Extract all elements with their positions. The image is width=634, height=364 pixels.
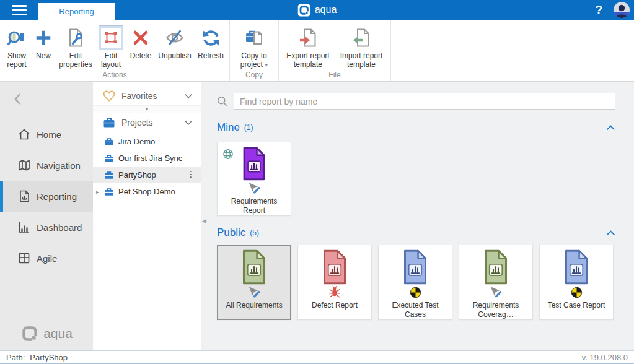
sidebar-item-navigation[interactable]: Navigation (0, 150, 93, 181)
report-card-label: Defect Report (310, 301, 359, 310)
path-label: Path: (6, 353, 25, 362)
report-card-all-requirements[interactable]: All Requirements (217, 245, 291, 320)
delete-icon (131, 28, 150, 47)
menu-button[interactable] (0, 0, 38, 20)
chevron-down-icon[interactable] (184, 119, 193, 126)
delete-label: Delete (130, 51, 152, 60)
projects-header[interactable]: Projects (93, 113, 201, 132)
briefcase-icon (104, 188, 114, 196)
refresh-icon (201, 28, 221, 48)
grid-icon (17, 251, 31, 265)
section-collapse-button[interactable] (606, 230, 615, 236)
test-case-icon (410, 285, 421, 299)
copy-to-project-button[interactable]: Copy to project ▾ (232, 24, 276, 69)
show-report-label: Show report (4, 51, 30, 69)
search-input[interactable] (234, 93, 615, 110)
main-area: Home Navigation Reporting (0, 82, 634, 350)
report-card-requirements-report[interactable]: Requirements Report (217, 142, 291, 216)
favorites-label: Favorites (121, 91, 178, 101)
tree-panel-collapse-handle[interactable]: ◀ (202, 218, 206, 224)
tab-reporting[interactable]: Reporting (38, 3, 115, 20)
left-sidebar: Home Navigation Reporting (0, 82, 93, 350)
user-avatar[interactable] (614, 2, 630, 18)
report-card-label: Requirements Coverag… (459, 301, 532, 319)
new-button[interactable]: New (31, 24, 56, 60)
projects-label: Projects (121, 118, 178, 128)
favorites-header[interactable]: Favorites (93, 87, 201, 105)
chevron-up-icon (606, 124, 615, 131)
edit-properties-button[interactable]: Edit properties (56, 24, 95, 69)
sidebar-collapse-button[interactable] (12, 92, 24, 109)
tab-reporting-label: Reporting (59, 7, 94, 16)
section-header-mine: Mine (1) (217, 121, 615, 134)
path-value: PartyShop (30, 353, 68, 362)
project-row-partyshop[interactable]: PartyShop ⋮ (93, 167, 201, 183)
mine-cards: Requirements Report (217, 142, 615, 216)
refresh-label: Refresh (198, 51, 224, 60)
export-report-template-button[interactable]: Export report template (281, 24, 335, 69)
app-title: aqua (315, 4, 337, 15)
top-bar: Reporting aqua ? (0, 0, 634, 20)
sidebar-item-agile[interactable]: Agile (0, 243, 93, 274)
report-card-label: Test Case Report (546, 301, 607, 310)
dashboard-icon (17, 220, 31, 234)
unpublish-icon (164, 28, 185, 48)
export-report-label: Export report template (283, 51, 333, 69)
new-label: New (36, 51, 51, 60)
help-button[interactable]: ? (595, 3, 602, 17)
project-row-pet-shop-demo[interactable]: ▸ Pet Shop Demo (93, 183, 201, 200)
edit-cursor-icon (247, 285, 262, 299)
edit-layout-button[interactable]: Edit layout (95, 24, 126, 69)
report-card-requirements-coverage[interactable]: Requirements Coverag… (459, 245, 533, 320)
report-card-defect-report[interactable]: Defect Report (297, 245, 372, 320)
sidebar-item-dashboard-label: Dashboard (37, 222, 82, 233)
tree-expander-icon[interactable]: ▸ (96, 189, 99, 195)
kebab-menu-icon[interactable]: ⋮ (187, 169, 195, 179)
report-doc-icon (482, 249, 510, 285)
unpublish-button[interactable]: Unpublish (155, 24, 195, 60)
status-bar: Path: PartyShop v. 19.0.208.0 (0, 350, 634, 363)
report-card-label: Executed Test Cases (379, 301, 452, 319)
section-collapse-button[interactable] (606, 124, 615, 131)
delete-button[interactable]: Delete (126, 24, 155, 60)
edit-cursor-icon (488, 285, 503, 299)
ribbon-group-file-label: File (279, 71, 390, 79)
show-report-button[interactable]: Show report (2, 24, 31, 69)
search-row (217, 93, 615, 110)
section-divider (262, 128, 598, 128)
sidebar-nav: Home Navigation Reporting (0, 119, 93, 274)
sidebar-item-dashboard[interactable]: Dashboard (0, 212, 93, 243)
project-row-our-first-jira-sync[interactable]: Our first Jira Sync (93, 150, 201, 167)
edit-cursor-icon (247, 181, 262, 195)
bug-icon (328, 285, 341, 299)
tree-splitter-handle[interactable]: ▼ (93, 105, 201, 113)
sidebar-item-reporting[interactable]: Reporting (0, 181, 93, 212)
report-doc-icon (562, 249, 591, 285)
report-card-test-case-report[interactable]: Test Case Report (539, 245, 614, 320)
export-report-icon (298, 28, 318, 48)
import-report-template-button[interactable]: Import report template (335, 24, 388, 69)
briefcase-icon (103, 117, 115, 128)
edit-properties-icon (66, 28, 86, 48)
sidebar-item-home[interactable]: Home (0, 119, 93, 150)
dropdown-arrow-icon: ▾ (265, 61, 268, 68)
report-doc-icon (240, 147, 268, 181)
app-brand: aqua (297, 0, 337, 20)
report-doc-icon (401, 249, 429, 285)
app-window: Reporting aqua ? (0, 0, 634, 364)
project-name: Our first Jira Sync (118, 154, 182, 163)
project-row-jira-demo[interactable]: Jira Demo (93, 133, 201, 150)
public-cards: All Requirements (217, 245, 615, 320)
ribbon-group-copy-label: Copy (230, 71, 278, 79)
map-icon (17, 158, 31, 172)
chevron-down-icon[interactable] (184, 93, 193, 99)
report-card-executed-test-cases[interactable]: Executed Test Cases (378, 245, 452, 320)
edit-layout-active-highlight (99, 25, 123, 50)
copy-to-project-label: Copy to project (240, 51, 267, 69)
project-name: Jira Demo (118, 137, 155, 146)
aqua-logo-icon (297, 4, 310, 17)
report-icon (17, 189, 31, 203)
briefcase-icon (104, 154, 114, 163)
refresh-button[interactable]: Refresh (195, 24, 227, 60)
ribbon-group-file: Export report template Import report tem… (279, 20, 391, 81)
